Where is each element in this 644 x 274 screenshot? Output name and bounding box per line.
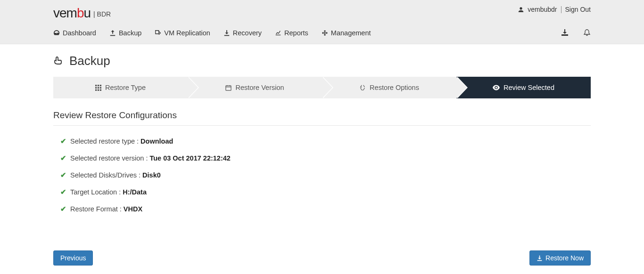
svg-rect-8 [100, 89, 101, 90]
check-icon: ✔ [60, 154, 66, 162]
upload-icon [109, 30, 116, 36]
nav-label: Backup [119, 29, 141, 37]
nav-backup[interactable]: Backup [109, 29, 141, 37]
wizard-step-label: Restore Version [235, 84, 284, 91]
config-value: Download [140, 137, 173, 145]
grid-icon [95, 85, 101, 91]
logo: vembu | BDR [53, 6, 111, 21]
separator [561, 6, 561, 13]
chart-icon [275, 30, 281, 36]
config-restore-format: ✔ Restore Format : VHDX [60, 205, 591, 213]
button-label: Restore Now [545, 254, 584, 262]
config-list: ✔ Selected restore type : Download ✔ Sel… [53, 137, 591, 213]
svg-rect-1 [98, 85, 99, 86]
restore-now-button[interactable]: Restore Now [529, 250, 591, 266]
nav-label: VM Replication [164, 29, 210, 37]
svg-rect-9 [226, 85, 231, 90]
download-icon [223, 30, 230, 36]
wizard-step-label: Review Selected [504, 84, 554, 91]
page-title: Backup [69, 54, 110, 68]
config-value: VHDX [124, 205, 142, 213]
nav-label: Reports [284, 29, 308, 37]
logo-text: vembu [53, 6, 91, 21]
config-restore-version: ✔ Selected restore version : Tue 03 Oct … [60, 154, 591, 162]
check-icon: ✔ [60, 137, 66, 145]
check-icon: ✔ [60, 188, 66, 196]
dashboard-icon [53, 30, 60, 36]
config-label: Selected Disks/Drives : [70, 171, 142, 179]
wizard-step-review-selected[interactable]: Review Selected [456, 77, 591, 98]
svg-rect-2 [100, 85, 101, 86]
svg-rect-6 [95, 89, 97, 90]
config-label: Selected restore type : [70, 137, 140, 145]
config-label: Selected restore version : [70, 154, 149, 162]
svg-rect-3 [95, 87, 97, 88]
config-disks: ✔ Selected Disks/Drives : Disk0 [60, 171, 591, 179]
signout-link[interactable]: Sign Out [565, 6, 591, 13]
eye-icon [493, 85, 500, 90]
bell-icon[interactable] [583, 29, 591, 36]
config-value: Tue 03 Oct 2017 22:12:42 [149, 154, 230, 162]
calendar-icon [225, 85, 231, 91]
config-restore-type: ✔ Selected restore type : Download [60, 137, 591, 145]
download-icon [537, 255, 543, 261]
svg-rect-5 [100, 87, 101, 88]
check-icon: ✔ [60, 205, 66, 213]
wizard-step-label: Restore Type [105, 84, 146, 91]
check-icon: ✔ [60, 171, 66, 179]
wizard-step-restore-version[interactable]: Restore Version [188, 77, 322, 98]
nav-vm-replication[interactable]: VM Replication [155, 29, 210, 37]
recycle-icon [359, 84, 366, 91]
download-tray-icon[interactable] [561, 29, 569, 36]
config-value: Disk0 [142, 171, 161, 179]
logo-suffix: | BDR [93, 10, 111, 18]
svg-rect-0 [95, 85, 97, 86]
user-icon [518, 7, 524, 13]
wizard-steps: Restore Type Restore Version Restore Opt… [53, 77, 591, 98]
wizard-step-restore-type[interactable]: Restore Type [53, 77, 188, 98]
config-value: H:/Data [123, 188, 147, 196]
svg-rect-4 [98, 87, 99, 88]
svg-rect-7 [98, 89, 99, 90]
nav-label: Recovery [233, 29, 262, 37]
section-title: Review Restore Configurations [53, 110, 591, 121]
config-label: Target Location : [70, 188, 123, 196]
nav-dashboard[interactable]: Dashboard [53, 29, 96, 37]
share-icon [155, 30, 161, 36]
username[interactable]: vembubdr [528, 6, 557, 13]
wizard-step-label: Restore Options [370, 84, 419, 91]
wizard-step-restore-options[interactable]: Restore Options [322, 77, 456, 98]
nav-label: Management [331, 29, 371, 37]
hand-point-icon [53, 56, 65, 67]
move-icon [322, 30, 328, 36]
nav-label: Dashboard [63, 29, 96, 37]
previous-button[interactable]: Previous [53, 250, 93, 266]
nav-recovery[interactable]: Recovery [223, 29, 262, 37]
nav-reports[interactable]: Reports [275, 29, 308, 37]
config-target-location: ✔ Target Location : H:/Data [60, 188, 591, 196]
config-label: Restore Format : [70, 205, 124, 213]
nav-management[interactable]: Management [322, 29, 371, 37]
main-nav: Dashboard Backup VM Replication Recovery… [53, 21, 371, 44]
